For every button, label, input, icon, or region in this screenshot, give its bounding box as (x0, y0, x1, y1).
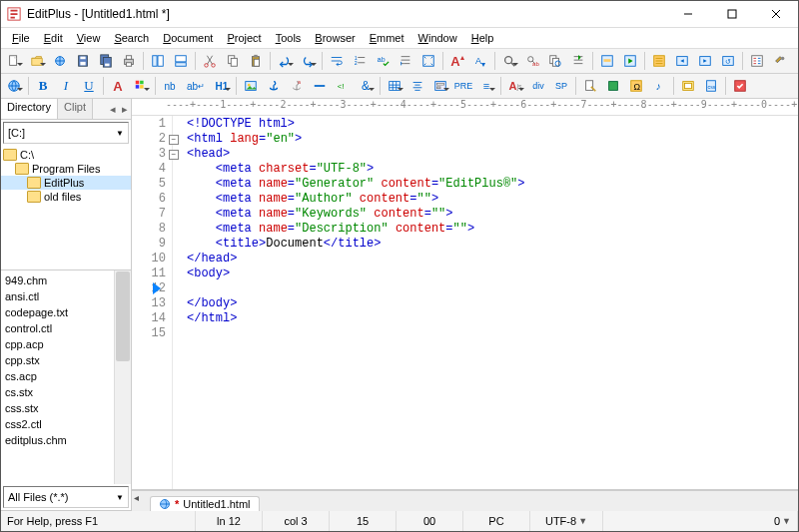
code-area[interactable]: 12−3−456789101112131415 <!DOCTYPE html><… (132, 116, 798, 489)
tab-scroll-right[interactable]: ▸ (119, 99, 131, 119)
preferences-button[interactable] (746, 50, 768, 72)
code-line[interactable] (187, 281, 798, 296)
file-list[interactable]: 949.chmansi.ctlcodepage.txtcontrol.ctlcp… (1, 270, 131, 484)
status-encoding[interactable]: UTF-8▼ (530, 511, 603, 531)
gutter-line[interactable]: 6 (132, 192, 166, 207)
copy-button[interactable] (222, 50, 244, 72)
code-line[interactable]: <meta name="Description" content=""> (187, 222, 798, 237)
wordwrap-button[interactable] (326, 50, 348, 72)
tree-node[interactable]: EditPlus (1, 176, 131, 190)
code-line[interactable]: <head> (187, 147, 798, 162)
gutter-line[interactable]: 9 (132, 237, 166, 252)
gutter-line[interactable]: 2− (132, 132, 166, 147)
browser-preview-button[interactable] (3, 75, 25, 97)
prev-window-button[interactable] (671, 50, 693, 72)
spell-check-button[interactable]: ab (372, 50, 394, 72)
file-item[interactable]: cs.acp (1, 368, 131, 384)
paste-button[interactable] (245, 50, 267, 72)
heading-button[interactable]: H1 (211, 75, 233, 97)
tab-nav-left[interactable]: ◂ (134, 492, 139, 503)
div-button[interactable]: div (527, 75, 549, 97)
new-file-button[interactable] (3, 50, 25, 72)
file-item[interactable]: codepage.txt (1, 304, 131, 320)
sound-button[interactable]: ♪ (648, 75, 670, 97)
font-tag-button[interactable]: A (107, 75, 129, 97)
code-line[interactable]: <!DOCTYPE html> (187, 117, 798, 132)
save-all-button[interactable] (95, 50, 117, 72)
redo-button[interactable] (297, 50, 319, 72)
file-item[interactable]: css.stx (1, 400, 131, 416)
gutter-line[interactable]: 4 (132, 162, 166, 177)
menu-emmet[interactable]: Emmet (363, 30, 411, 46)
char-entity-button[interactable]: & (355, 75, 377, 97)
ab-button[interactable]: ab ↵ (182, 75, 210, 97)
auto-indent-button[interactable] (395, 50, 416, 72)
next-marker-button[interactable] (619, 50, 641, 72)
file-item[interactable]: css2.ctl (1, 416, 131, 432)
drive-selector[interactable]: [C:] ▼ (3, 122, 129, 144)
print-button[interactable] (118, 50, 140, 72)
menu-window[interactable]: Window (411, 30, 464, 46)
script-button[interactable]: Ajs (504, 75, 526, 97)
folder-tree[interactable]: C:\Program FilesEditPlusold files (1, 146, 131, 270)
gutter-line[interactable]: 10 (132, 252, 166, 266)
gutter-line[interactable]: 8 (132, 222, 166, 237)
file-item[interactable]: cpp.acp (1, 336, 131, 352)
gutter-line[interactable]: 3− (132, 147, 166, 162)
open-remote-button[interactable] (49, 50, 71, 72)
code-line[interactable]: <meta name="Author" content=""> (187, 192, 798, 207)
toggle-dirview-button[interactable] (147, 50, 169, 72)
css-button[interactable]: css (700, 75, 722, 97)
code-line[interactable]: <meta name="Generator" content="EditPlus… (187, 177, 798, 192)
scrollbar-track[interactable] (114, 270, 131, 484)
named-anchor-button[interactable]: a (286, 75, 308, 97)
gutter-line[interactable]: 13 (132, 296, 166, 311)
user-tools-button[interactable] (769, 50, 791, 72)
tree-node[interactable]: old files (1, 190, 131, 204)
validate-button[interactable] (729, 75, 751, 97)
replace-button[interactable]: ab (521, 50, 543, 72)
menu-project[interactable]: Project (220, 30, 268, 46)
menu-document[interactable]: Document (156, 30, 220, 46)
decrease-font-button[interactable]: A▾ (469, 50, 491, 72)
save-button[interactable] (72, 50, 94, 72)
file-item[interactable]: 949.chm (1, 272, 131, 288)
pre-button[interactable]: PRE (452, 75, 474, 97)
line-numbers-button[interactable]: 12 (349, 50, 371, 72)
gutter-line[interactable]: 15 (132, 326, 166, 341)
toggle-output-button[interactable] (170, 50, 192, 72)
goto-line-button[interactable] (567, 50, 589, 72)
code-line[interactable]: <title>Document</title> (187, 237, 798, 252)
nonbreaking-button[interactable]: nb (159, 75, 181, 97)
object-button[interactable] (677, 75, 699, 97)
color-picker-button[interactable] (130, 75, 152, 97)
image-tag-button[interactable] (240, 75, 262, 97)
tab-directory[interactable]: Directory (1, 99, 58, 119)
undo-button[interactable] (274, 50, 296, 72)
file-item[interactable]: control.ctl (1, 320, 131, 336)
table-button[interactable] (384, 75, 405, 97)
menu-help[interactable]: Help (464, 30, 501, 46)
set-marker-button[interactable] (596, 50, 618, 72)
color-swatch-button[interactable] (602, 75, 624, 97)
menu-view[interactable]: View (70, 30, 108, 46)
code-line[interactable]: <meta name="Keywords" content=""> (187, 207, 798, 222)
menu-tools[interactable]: Tools (269, 30, 309, 46)
menu-browser[interactable]: Browser (308, 30, 362, 46)
tree-node[interactable]: Program Files (1, 162, 131, 176)
center-button[interactable] (406, 75, 428, 97)
file-item[interactable]: cs.stx (1, 384, 131, 400)
document-tab[interactable]: * Untitled1.html (150, 496, 260, 511)
anchor-tag-button[interactable] (263, 75, 285, 97)
line-gutter[interactable]: 12−3−456789101112131415 (132, 116, 173, 489)
file-filter[interactable]: All Files (*.*) ▼ (3, 486, 129, 508)
italic-button[interactable]: I (55, 75, 77, 97)
file-item[interactable]: ansi.ctl (1, 288, 131, 304)
maximize-button[interactable] (710, 1, 754, 27)
gutter-line[interactable]: 1 (132, 117, 166, 132)
comment-button[interactable]: <! (332, 75, 354, 97)
gutter-line[interactable]: 12 (132, 281, 166, 296)
bold-button[interactable]: B (32, 75, 54, 97)
code-line[interactable] (187, 326, 798, 341)
tree-node[interactable]: C:\ (1, 148, 131, 162)
